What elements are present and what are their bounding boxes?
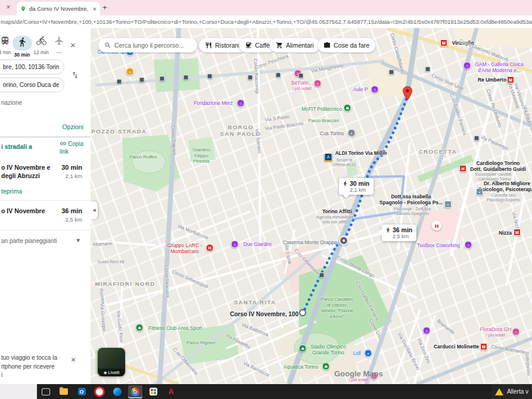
walking-icon (17, 37, 27, 47)
museum-icon (237, 99, 245, 107)
chrome-icon-active[interactable] (128, 385, 142, 398)
add-destination-label[interactable]: nazione (1, 99, 22, 106)
chevron-left-icon: ◀ (92, 208, 95, 213)
red-circle-app-icon[interactable] (92, 385, 107, 398)
map-canvas[interactable]: POZZO STRADABORGO SAN PAOLOCROCETTASANTA… (91, 28, 532, 384)
museum-icon (423, 327, 431, 335)
mode-duration: — (49, 49, 69, 55)
mode-walking-selected[interactable]: 30 min (12, 36, 32, 58)
pinkpoi-icon (512, 328, 520, 336)
mode-duration: 12 min (31, 49, 51, 55)
mode-flight[interactable]: — (49, 36, 69, 55)
link-icon (60, 140, 67, 147)
bus-icon (248, 75, 253, 80)
grocery-cart-icon (276, 42, 283, 49)
preview-link[interactable]: teprima (1, 188, 22, 195)
edge-icon[interactable] (110, 385, 125, 398)
route-distance: 2,1 km (65, 173, 82, 179)
route-duration: 30 min (61, 164, 82, 171)
new-tab-button[interactable]: + (102, 3, 107, 12)
shopsq-icon (444, 201, 452, 208)
greenpoi-icon (136, 324, 144, 332)
outlook-icon[interactable]: O (74, 385, 89, 398)
route-duration: 36 min (393, 226, 412, 233)
task-view-icon[interactable] (39, 385, 53, 398)
send-to-phone-promo: tuo viaggio e tocca la rtphone per ricev… (1, 354, 57, 380)
close-icon[interactable]: × (4, 3, 13, 11)
copy-link-button[interactable]: Copia link (60, 140, 85, 155)
chevron-down-icon[interactable]: ▾ (76, 236, 80, 244)
bus-icon (207, 74, 213, 79)
close-directions-icon[interactable]: × (70, 40, 76, 50)
route-distance: 2,1 km (350, 187, 369, 193)
mode-cycling[interactable]: 12 min (31, 36, 51, 55)
bus-icon (425, 67, 431, 72)
promo-close-icon[interactable]: × (71, 355, 76, 364)
bus-icon (117, 79, 122, 85)
taskbar-left-gap (0, 384, 37, 399)
app-grid-icon[interactable] (146, 385, 160, 398)
url-bar[interactable]: maps/dir/Corso+IV+Novembre,+100,+10136+T… (0, 15, 532, 29)
browser-tab[interactable]: da Corso IV Novembre, 100, 10 × (17, 2, 100, 15)
search-icon (104, 42, 111, 49)
search-along-route[interactable]: Cerca lungo il percorso... (98, 38, 197, 52)
maps-pin-favicon (20, 6, 26, 12)
browser-tab-strip: × da Corso IV Novembre, 100, 10 × + (0, 0, 532, 15)
chip-label: Cose da fare (334, 42, 369, 49)
route-duration: 30 min (350, 180, 369, 187)
tab-close-icon[interactable]: × (93, 5, 97, 13)
weather-alert-widget[interactable]: Allerta v (491, 384, 532, 399)
route-via: o IV Novembre (1, 207, 45, 216)
origin-input[interactable] (0, 60, 64, 74)
transit-icon (0, 36, 10, 46)
search-placeholder: Cerca lungo il percorso... (114, 42, 184, 49)
file-explorer-icon[interactable] (57, 385, 71, 398)
chip-alimentari[interactable]: Alimentari (270, 38, 320, 52)
chip-cose-da-fare[interactable]: Cose da fare (318, 38, 375, 52)
directions-to-header: i stradali a (1, 143, 32, 150)
walking-icon (343, 180, 348, 187)
url-text: maps/dir/Corso+IV+Novembre,+100,+10136+T… (0, 18, 532, 25)
orangepoi-icon (126, 68, 134, 76)
layers-label: ◈ Livelli (98, 369, 125, 376)
mostly-flat-note: an parte pianeggianti (1, 238, 57, 244)
walking-icon (385, 226, 391, 233)
bus-icon (183, 75, 189, 80)
pinkpoi-icon (314, 80, 322, 88)
route-duration: 36 min (61, 207, 82, 214)
bus-icon (276, 73, 281, 78)
destination-pin-icon[interactable] (402, 86, 413, 101)
chip-label: Caffè (255, 42, 270, 49)
destination-input[interactable] (0, 77, 64, 92)
screen: { "browser": { "tab_title": "da Corso IV… (0, 0, 532, 399)
flight-icon (54, 36, 64, 46)
hospsm-icon (206, 244, 214, 252)
windows-taskbar: O A Allerta v (0, 384, 532, 399)
bus-icon (160, 76, 165, 82)
graypin-icon (348, 129, 356, 137)
map-graphics (91, 28, 532, 384)
layers-button[interactable]: ◈ Livelli (98, 348, 125, 376)
bus-icon (474, 136, 480, 141)
route-start-label: Corso IV Novembre, 100 (230, 311, 298, 317)
route-start-point (300, 310, 306, 316)
route-via: o IV Novembre e degli Abruzzi (1, 164, 50, 180)
bus-icon (389, 70, 394, 75)
mode-duration: 30 min (12, 52, 32, 58)
route-bubble-alt[interactable]: 36 min 2,5 km (382, 225, 416, 241)
swap-origin-destination-icon[interactable] (71, 71, 79, 82)
collapse-panel-button[interactable]: ◀ (91, 201, 98, 219)
google-maps-watermark: Google Maps (334, 369, 383, 378)
bicycle-icon (36, 36, 46, 46)
greenpoi-icon (322, 363, 330, 370)
warning-icon (495, 388, 503, 395)
walkpt-icon (339, 236, 349, 245)
bluepoi-icon (365, 350, 372, 357)
alert-text: Allerta v (507, 388, 528, 395)
acrobat-icon[interactable]: A (164, 385, 178, 398)
options-link[interactable]: Opzioni (62, 123, 83, 130)
bus-icon (319, 273, 325, 278)
hospsq-icon (459, 165, 466, 172)
route-bubble-selected[interactable]: 30 min 2,1 km (339, 178, 374, 195)
tab-title: da Corso IV Novembre, 100, 10 (29, 5, 91, 12)
